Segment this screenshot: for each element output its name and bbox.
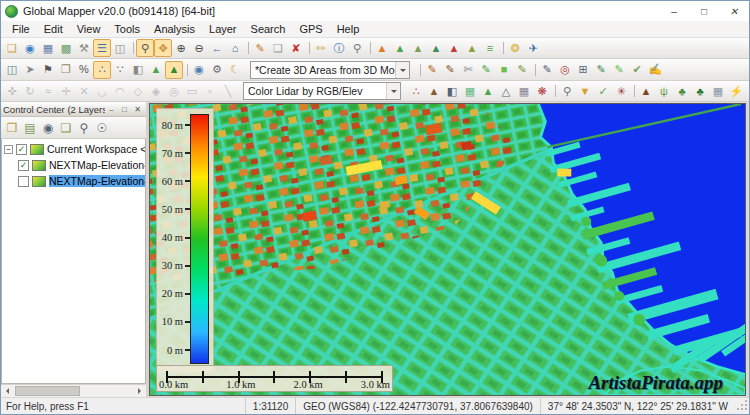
create-area-button[interactable]: ✎	[477, 61, 495, 79]
zoom-to-layer-button[interactable]: ⚲	[75, 119, 93, 137]
lidar-filter-button[interactable]: ▼	[576, 82, 594, 100]
lidar-color-points-button[interactable]: ∴	[407, 82, 425, 100]
measure-tool-button[interactable]: ✏	[312, 39, 330, 57]
box-3d-button[interactable]: ❒	[57, 61, 75, 79]
path-profile-button[interactable]: ▲	[445, 39, 463, 57]
chevron-down-icon[interactable]	[395, 62, 409, 78]
clear-selection-button[interactable]: ✘	[287, 39, 305, 57]
extract-grass-button[interactable]: ψ	[655, 82, 673, 100]
extract-buildings-button[interactable]: ◧	[129, 61, 147, 79]
extract-powerline-button[interactable]: ⚡	[727, 82, 745, 100]
map-viewport[interactable]: 80 m70 m60 m50 m40 m30 m20 m10 m0 m 0.0 …	[149, 103, 746, 396]
lidar-qc-button[interactable]: ∴	[93, 61, 111, 79]
layer-group-button[interactable]: ❏	[57, 119, 75, 137]
menu-edit[interactable]: Edit	[37, 22, 70, 36]
advanced-create-button[interactable]: ✎	[538, 61, 556, 79]
layer-checkbox[interactable]: ✓	[18, 176, 29, 187]
save-workspace-button[interactable]: ▦	[39, 39, 57, 57]
menu-analysis[interactable]: Analysis	[147, 22, 202, 36]
menu-layer[interactable]: Layer	[202, 22, 244, 36]
maximize-button[interactable]: □	[689, 1, 719, 21]
lidar-select-button[interactable]: ✓	[594, 82, 612, 100]
control-center-button[interactable]: ☰	[93, 39, 111, 57]
layer-checkbox[interactable]: ✓	[18, 160, 29, 171]
menu-file[interactable]: File	[5, 22, 37, 36]
lidar-classify-button[interactable]: ∵	[111, 61, 129, 79]
resize-grip[interactable]	[735, 398, 749, 414]
overview-map-button[interactable]: ◫	[111, 39, 129, 57]
create-grid-button[interactable]: ⊞	[574, 61, 592, 79]
crop-feature-button[interactable]: ▫	[201, 82, 219, 100]
slope-display-button[interactable]: %	[75, 61, 93, 79]
layer-visibility-button[interactable]: ☉	[93, 119, 111, 137]
snap-vertex-button[interactable]: ◇	[129, 82, 147, 100]
digitizer-tool-button[interactable]: ✎	[251, 39, 269, 57]
menu-gps[interactable]: GPS	[292, 22, 329, 36]
minimize-button[interactable]: –	[659, 1, 689, 21]
feature-info-button[interactable]: ⓘ	[330, 39, 348, 57]
menu-tools[interactable]: Tools	[107, 22, 147, 36]
panel-close-button[interactable]: ✕	[131, 103, 144, 116]
scroll-left-icon[interactable]	[1, 385, 14, 397]
create-point-button[interactable]: ✎	[423, 61, 441, 79]
watershed-button[interactable]: ▲	[427, 39, 445, 57]
contour-generation-button[interactable]: ≡	[481, 39, 499, 57]
select-features-button[interactable]: ❏	[269, 39, 287, 57]
full-view-button[interactable]: ⌂	[226, 39, 244, 57]
snap-center-button[interactable]: ◎	[165, 82, 183, 100]
elevation-legend-button[interactable]: ▲	[373, 39, 391, 57]
edit-attributes-button[interactable]: ✍	[646, 61, 664, 79]
lidar-splat-button[interactable]: ❋	[533, 82, 551, 100]
lidar-buildings-button[interactable]: ◧	[443, 82, 461, 100]
delete-vertex-button[interactable]: ✕	[75, 82, 93, 100]
create-rectangle-button[interactable]: ■	[495, 61, 513, 79]
lidar-color-combo[interactable]: Color Lidar by RGB/Elev	[243, 82, 401, 100]
layer-options-button[interactable]: ▤	[21, 119, 39, 137]
menu-search[interactable]: Search	[244, 22, 293, 36]
extract-shrub-button[interactable]: ♣	[673, 82, 691, 100]
create-line-button[interactable]: ✎	[441, 61, 459, 79]
open-online-data-button[interactable]: ◉	[21, 39, 39, 57]
tree-item-dsm[interactable]: − ✓ NEXTMap-Elevation-DSM	[2, 157, 145, 173]
lidar-grid-button[interactable]: ▦	[461, 82, 479, 100]
tree-item-workspace[interactable]: − ✓ Current Workspace <intermap_terrain	[2, 141, 145, 157]
pan-grab-tool-button[interactable]: ✥	[154, 39, 172, 57]
lidar-zoom-button[interactable]: ⚲	[558, 82, 576, 100]
resize-feature-button[interactable]: ▭	[183, 82, 201, 100]
snap-target-button[interactable]: ◎	[556, 61, 574, 79]
snap-feature-button[interactable]: ◈	[147, 82, 165, 100]
menu-help[interactable]: Help	[330, 22, 367, 36]
zoom-in-button[interactable]: ⊕	[172, 39, 190, 57]
curve-concave-button[interactable]: ◡	[93, 82, 111, 100]
terrain-flatten-button[interactable]: ▲	[409, 39, 427, 57]
extract-building-button[interactable]: ▦	[709, 82, 727, 100]
insert-vertex-button[interactable]: ✎	[592, 61, 610, 79]
flag-position-button[interactable]: ⚑	[39, 61, 57, 79]
previous-view-button[interactable]: ←	[208, 39, 226, 57]
view-shed-button[interactable]: ❂	[506, 39, 524, 57]
smooth-line-button[interactable]: ≈	[39, 82, 57, 100]
rotate-feature-button[interactable]: ↻	[21, 82, 39, 100]
scroll-thumb[interactable]	[15, 386, 80, 396]
globe-3d-button[interactable]: ◉	[190, 61, 208, 79]
terrain-shader-button[interactable]: ▲	[391, 39, 409, 57]
terrain-small-button[interactable]: ▲	[147, 61, 165, 79]
curve-convex-button[interactable]: ◠	[111, 82, 129, 100]
open-file-button[interactable]: ❏	[3, 39, 21, 57]
confirm-edit-button[interactable]: ✔	[628, 61, 646, 79]
create-ellipse-button[interactable]: ✄	[459, 61, 477, 79]
layer-metadata-button[interactable]: ◉	[39, 119, 57, 137]
panel-horizontal-scrollbar[interactable]	[1, 384, 146, 397]
chevron-down-icon[interactable]	[386, 83, 400, 99]
menu-view[interactable]: View	[70, 22, 108, 36]
lidar-mesh-button[interactable]: ▦	[515, 82, 533, 100]
move-feature-button[interactable]: ✜	[3, 82, 21, 100]
control-center-header[interactable]: Control Center (2 Layers, 1 Selected) –□…	[1, 102, 146, 117]
tree-item-dtm[interactable]: − ✓ NEXTMap-Elevation-DTM	[2, 173, 145, 189]
fly-through-button[interactable]: ✈	[524, 39, 542, 57]
zoom-out-button[interactable]: ⊖	[190, 39, 208, 57]
lidar-noise-button[interactable]: ✳	[612, 82, 630, 100]
show-3d-view-button[interactable]: ◫	[3, 61, 21, 79]
split-line-button[interactable]: ╲	[219, 82, 237, 100]
create-circle-button[interactable]: ✎	[513, 61, 531, 79]
